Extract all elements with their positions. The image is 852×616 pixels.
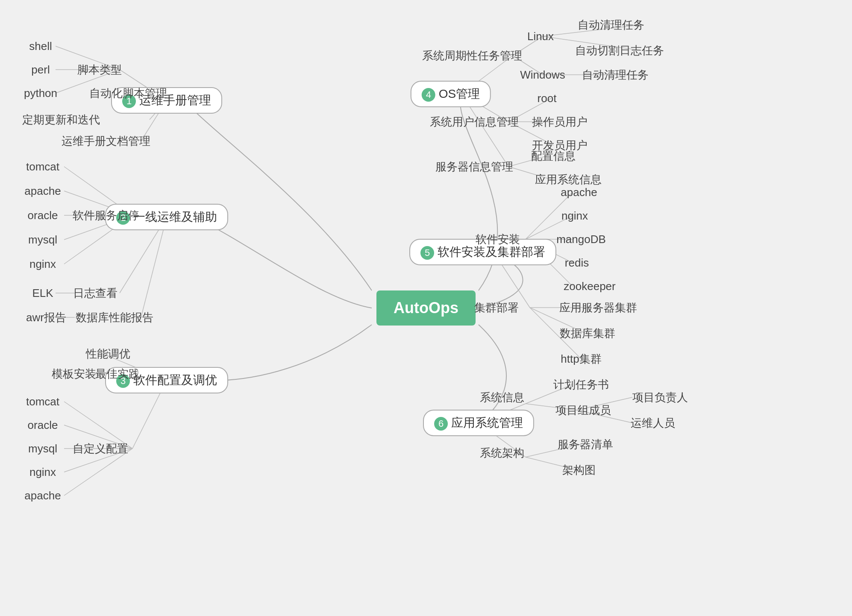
leaf-xitongzhouqiren: 系统周期性任务管理	[422, 48, 522, 63]
leaf-ruanjianzhuangjian: 软件安装	[476, 232, 520, 247]
branch-node-6[interactable]: 6应用系统管理	[423, 410, 534, 436]
branch-node-4[interactable]: 4OS管理	[411, 81, 491, 107]
leaf-httpjiqun: http集群	[561, 352, 601, 367]
leaf-mongodb: mangoDB	[556, 233, 606, 246]
leaf-oracle-b3: oracle	[28, 419, 58, 432]
leaf-xitongyhongxinxi: 系统用户信息管理	[430, 114, 519, 129]
branch-num-4: 4	[422, 88, 435, 102]
leaf-xitongjiegou: 系统架构	[480, 446, 524, 461]
leaf-mysql-b2: mysql	[28, 233, 57, 246]
leaf-zidonghajiaobenguan: 自动化脚本管理	[89, 86, 167, 101]
leaf-xitongxinxi: 系统信息	[480, 390, 524, 405]
leaf-ruanjianfuwuqiting: 软件服务启停	[73, 208, 139, 223]
leaf-awrbaogao: awr报告	[26, 310, 66, 325]
leaf-elk: ELK	[32, 287, 53, 300]
leaf-dinggixiandai: 定期更新和迭代	[22, 112, 100, 127]
leaf-perl: perl	[31, 63, 50, 76]
leaf-jiegoutu: 架构图	[562, 463, 596, 478]
leaf-root: root	[538, 92, 557, 105]
leaf-windows: Windows	[520, 68, 565, 82]
leaf-oracle-b2: oracle	[28, 209, 58, 222]
leaf-shell: shell	[29, 40, 52, 53]
leaf-zidingypeizhi: 自定义配置	[73, 441, 128, 456]
leaf-zookeeper: zookeeper	[564, 280, 615, 293]
leaf-linux: Linux	[527, 30, 554, 43]
leaf-nginx-b3: nginx	[29, 466, 56, 479]
leaf-jihuarenwushu: 计划任务书	[553, 377, 609, 392]
leaf-xiangmuzhuchengyuan: 项目组成员	[555, 403, 611, 418]
leaf-apache-b2: apache	[24, 185, 61, 198]
leaf-mysql-b3: mysql	[28, 442, 57, 455]
leaf-tomcat-b2: tomcat	[26, 160, 59, 173]
leaf-tomcat-b3: tomcat	[26, 395, 59, 408]
leaf-zidongqingli1: 自动清理任务	[578, 18, 644, 32]
leaf-apache-b5: apache	[561, 186, 597, 199]
leaf-nginx-b2: nginx	[29, 258, 56, 271]
leaf-yunweishoucewenjian: 运维手册文档管理	[62, 134, 150, 149]
leaf-jiqunbushu: 集群部署	[474, 300, 519, 315]
leaf-nginx-b5: nginx	[561, 209, 588, 223]
leaf-zidongqingli2: 自动清理任务	[582, 67, 649, 82]
leaf-xiangmufuzeren: 项目负责人	[632, 390, 688, 405]
center-node: AutoOps	[376, 290, 476, 326]
leaf-rizichakan: 日志查看	[73, 286, 118, 301]
leaf-mubanzhuangjian: 模板安装	[52, 367, 96, 381]
leaf-fuwuqixinxiguanli: 服务器信息管理	[435, 159, 513, 174]
leaf-shujukuxingnengbaogao: 数据库性能报告	[76, 310, 153, 325]
leaf-fuwuqiqingdan: 服务器清单	[558, 437, 613, 452]
leaf-jiaobenleixing: 脚本类型	[77, 62, 122, 77]
branch-num-6: 6	[434, 417, 448, 431]
leaf-peizhixinxi: 配置信息	[531, 149, 576, 164]
leaf-yingyongxitongxinxi: 应用系统信息	[535, 172, 602, 187]
leaf-apache-b3: apache	[24, 489, 61, 502]
leaf-caozuoyuanyonghu: 操作员用户	[532, 114, 588, 129]
leaf-python: python	[24, 87, 57, 100]
leaf-yingyongfuwuqijiqun: 应用服务器集群	[559, 300, 637, 315]
leaf-yunweirenyuan: 运维人员	[631, 416, 675, 431]
branch-num-5: 5	[420, 246, 434, 260]
leaf-zuijiashijian: 最佳实践	[95, 367, 140, 381]
leaf-xingnengtiaoyon: 性能调优	[86, 346, 130, 361]
leaf-redis: redis	[565, 256, 589, 270]
leaf-zidongqiegerizhi: 自动切割日志任务	[575, 43, 664, 58]
leaf-shujukujiqun: 数据库集群	[560, 326, 615, 341]
